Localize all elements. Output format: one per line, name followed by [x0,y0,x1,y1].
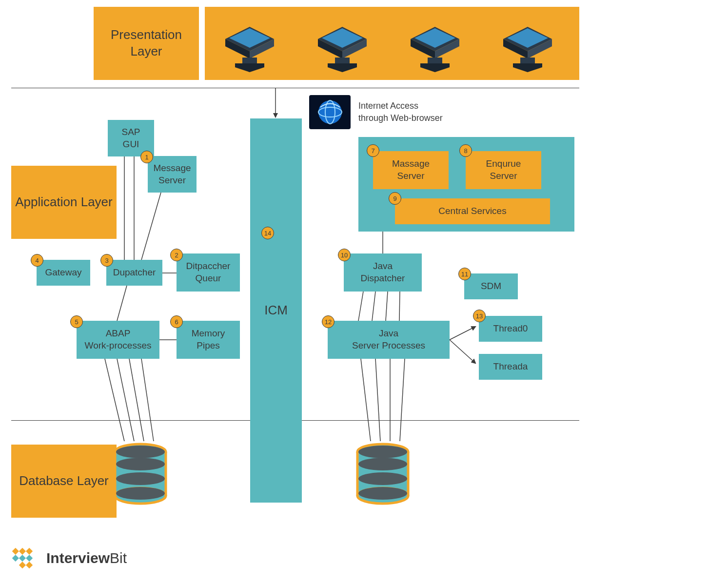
node-label: Dupatcher [113,267,156,279]
svg-line-56 [399,292,400,321]
svg-line-55 [386,292,388,321]
database-icon [111,441,170,509]
java-dispatcher-box: Java Dispatcher [344,253,422,292]
gateway-box: Gateway [37,260,90,286]
svg-point-40 [358,446,407,458]
icm-box: ICM [250,118,302,503]
node-label: SAP GUI [121,126,140,150]
svg-point-38 [358,472,407,485]
badge-11: 11 [458,268,471,280]
thread0-box: Thread0 [479,316,542,342]
svg-rect-67 [19,555,26,562]
label-text: Database Layer [19,473,109,489]
label-text: Application Layer [15,194,112,211]
svg-rect-70 [19,562,26,568]
node-label: Memory Pipes [192,328,225,351]
badge-3: 3 [100,254,113,267]
svg-line-44 [141,193,161,260]
svg-line-51 [141,359,154,441]
abap-work-processes-box: ABAP Work-processes [77,321,159,359]
svg-line-62 [400,359,405,441]
central-services-box: Central Services [395,198,550,224]
dupatcher-box: Dupatcher [106,260,162,286]
node-label: SDM [481,280,501,292]
svg-line-58 [450,340,475,363]
svg-point-31 [116,472,165,485]
monitor-icon [406,15,464,73]
separator-top [11,88,579,88]
presentation-layer-label: Presentation Layer [94,7,199,80]
node-label: Massage Server [392,158,430,182]
badge-5: 5 [70,315,83,328]
application-layer-label: Application Layer [11,166,117,239]
internet-access-label: Internet Access through Web-browser [358,100,443,124]
monitor-icon [220,15,279,73]
svg-rect-66 [12,548,19,555]
svg-line-46 [117,286,127,321]
badge-8: 8 [459,144,472,157]
threada-box: Threada [479,354,542,380]
svg-line-57 [450,327,475,340]
label-text: Presentation Layer [94,27,199,60]
badge-10: 10 [338,249,351,261]
badge-12: 12 [322,315,334,328]
svg-point-39 [358,487,407,500]
svg-line-50 [129,359,144,441]
svg-line-49 [117,359,134,441]
brand-logo: InterviewBit [11,546,127,570]
svg-rect-68 [26,562,33,568]
badge-14: 14 [261,227,274,239]
svg-line-53 [358,292,363,321]
svg-rect-65 [26,555,33,562]
java-server-processes-box: Java Server Processes [328,321,450,359]
database-layer-label: Database Layer [11,445,117,518]
node-label: Threada [493,361,528,373]
badge-4: 4 [31,254,43,267]
svg-line-48 [105,359,124,441]
badge-1: 1 [140,151,153,163]
node-label: Enqurue Server [486,158,521,182]
node-label: ABAP Work-processes [85,328,152,351]
brand-text: InterviewBit [46,550,127,566]
memory-pipes-box: Memory Pipes [177,321,240,359]
badge-9: 9 [389,192,401,205]
svg-rect-64 [19,548,26,555]
svg-marker-17 [420,63,450,72]
monitor-icon [498,15,557,73]
node-label: Ditpaccher Queur [186,260,231,284]
svg-marker-5 [235,63,264,72]
svg-line-59 [361,359,371,441]
svg-point-30 [116,458,165,470]
database-icon [354,441,412,509]
node-label: Java Server Processes [352,328,425,351]
badge-7: 7 [367,144,379,157]
node-label: Message Server [153,162,191,186]
svg-rect-69 [12,555,19,562]
node-label: ICM [264,302,288,319]
node-label: Gateway [45,267,82,279]
svg-point-33 [116,446,165,458]
massage-server-box: Massage Server [373,151,449,189]
ditpaccher-queur-box: Ditpaccher Queur [177,253,240,292]
badge-13: 13 [473,310,486,322]
diagram-canvas: Presentation Layer [0,0,728,584]
sdm-box: SDM [464,273,518,299]
svg-point-37 [358,458,407,470]
svg-marker-23 [513,63,542,72]
svg-line-54 [372,292,375,321]
svg-point-32 [116,487,165,500]
node-label: Central Services [438,205,506,217]
svg-line-60 [375,359,380,441]
message-server-box: Message Server [148,156,197,193]
monitor-icon [313,15,372,73]
badge-2: 2 [170,249,183,261]
node-label: Thread0 [493,323,528,335]
enqurue-server-box: Enqurue Server [466,151,541,189]
node-label: Java Dispatcher [361,260,405,284]
svg-rect-63 [26,548,33,555]
badge-6: 6 [170,315,183,328]
svg-marker-11 [328,63,357,72]
brand-icon [11,546,40,570]
globe-icon [309,95,351,129]
